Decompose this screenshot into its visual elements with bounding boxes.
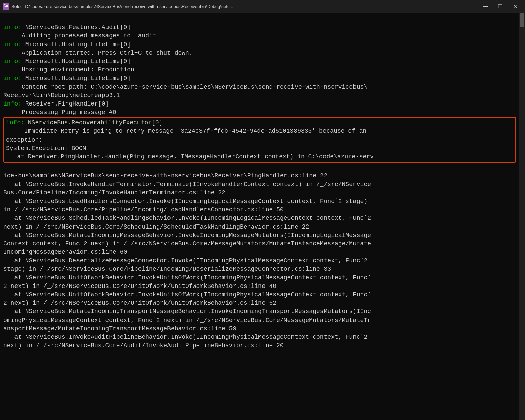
vertical-scrollbar[interactable] xyxy=(519,13,525,420)
console-output[interactable]: info: NServiceBus.Features.Audit[0] Audi… xyxy=(0,13,519,420)
console-window: C# Select C:\code\azure-service-bus\samp… xyxy=(0,0,525,420)
title-bar: C# Select C:\code\azure-service-bus\samp… xyxy=(0,0,525,13)
window-controls: — ☐ ✕ xyxy=(478,1,522,11)
console-area: info: NServiceBus.Features.Audit[0] Audi… xyxy=(0,13,525,420)
minimize-button[interactable]: — xyxy=(478,1,493,11)
close-button[interactable]: ✕ xyxy=(507,1,522,11)
console-text: info: NServiceBus.Features.Audit[0] Audi… xyxy=(3,23,516,350)
restore-button[interactable]: ☐ xyxy=(493,1,507,11)
scrollbar-thumb[interactable] xyxy=(520,13,524,27)
app-icon: C# xyxy=(3,3,9,10)
window-title: Select C:\code\azure-service-bus\samples… xyxy=(11,4,476,9)
